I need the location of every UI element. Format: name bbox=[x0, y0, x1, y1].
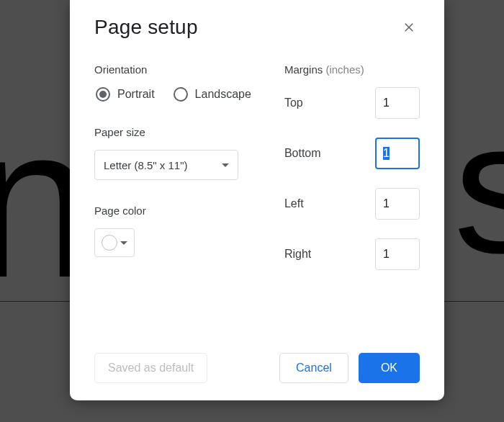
close-icon bbox=[402, 21, 415, 34]
margin-left-label: Left bbox=[284, 197, 304, 210]
margin-bottom-input[interactable] bbox=[375, 138, 420, 169]
close-button[interactable] bbox=[398, 17, 420, 38]
paper-size-value: Letter (8.5" x 11") bbox=[104, 159, 188, 171]
paper-size-label: Paper size bbox=[94, 126, 260, 138]
radio-icon-checked bbox=[96, 87, 110, 102]
margins-label: Margins (inches) bbox=[284, 63, 420, 76]
margin-right-label: Right bbox=[284, 248, 311, 261]
margin-right-input[interactable] bbox=[375, 238, 420, 270]
orientation-landscape-radio[interactable]: Landscape bbox=[174, 87, 251, 102]
margin-left-input[interactable] bbox=[375, 188, 420, 220]
dialog-title: Page setup bbox=[94, 16, 198, 39]
chevron-down-icon bbox=[222, 163, 229, 167]
margins-label-text: Margins bbox=[284, 63, 323, 76]
page-color-label: Page color bbox=[94, 205, 260, 217]
orientation-label: Orientation bbox=[94, 63, 260, 76]
radio-label-portrait: Portrait bbox=[117, 88, 155, 101]
page-color-picker[interactable] bbox=[94, 228, 135, 257]
paper-size-select[interactable]: Letter (8.5" x 11") bbox=[94, 150, 238, 180]
margin-bottom-label: Bottom bbox=[284, 147, 321, 160]
radio-label-landscape: Landscape bbox=[195, 88, 251, 101]
saved-as-default-button: Saved as default bbox=[94, 353, 207, 383]
margin-top-label: Top bbox=[284, 96, 303, 109]
cancel-button[interactable]: Cancel bbox=[279, 353, 348, 383]
ok-button[interactable]: OK bbox=[359, 353, 420, 383]
color-swatch-icon bbox=[102, 235, 117, 251]
radio-icon-unchecked bbox=[174, 87, 188, 102]
margin-top-input[interactable] bbox=[375, 87, 420, 119]
margins-unit: (inches) bbox=[325, 63, 364, 76]
chevron-down-icon bbox=[120, 241, 127, 245]
orientation-portrait-radio[interactable]: Portrait bbox=[96, 87, 155, 102]
page-setup-dialog: Page setup Orientation Portrait Landscap… bbox=[70, 0, 444, 400]
